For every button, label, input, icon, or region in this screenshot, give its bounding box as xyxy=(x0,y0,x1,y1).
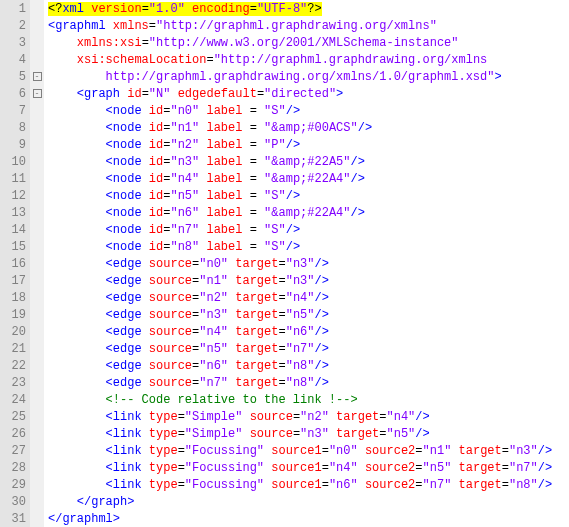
line-number: 8 xyxy=(2,120,26,137)
code-line[interactable]: <edge source="n1" target="n3"/> xyxy=(48,273,565,290)
fold-marker[interactable] xyxy=(30,323,44,340)
line-number: 12 xyxy=(2,188,26,205)
fold-gutter: - - xyxy=(30,0,44,527)
fold-marker[interactable] xyxy=(30,459,44,476)
fold-marker[interactable] xyxy=(30,493,44,510)
line-number: 31 xyxy=(2,511,26,527)
fold-marker[interactable] xyxy=(30,442,44,459)
code-line[interactable]: <graphml xmlns="http://graphml.graphdraw… xyxy=(48,18,565,35)
fold-marker[interactable] xyxy=(30,136,44,153)
code-line[interactable]: <node id="n1" label = "&amp;#00ACS"/> xyxy=(48,120,565,137)
code-line[interactable]: <edge source="n3" target="n5"/> xyxy=(48,307,565,324)
line-number: 29 xyxy=(2,477,26,494)
code-line[interactable]: <link type="Focussing" source1="n4" sour… xyxy=(48,460,565,477)
fold-marker[interactable] xyxy=(30,289,44,306)
code-line[interactable]: <node id="n8" label = "S"/> xyxy=(48,239,565,256)
fold-marker[interactable] xyxy=(30,0,44,17)
line-number: 27 xyxy=(2,443,26,460)
line-number: 30 xyxy=(2,494,26,511)
code-line[interactable]: <link type="Simple" source="n2" target="… xyxy=(48,409,565,426)
line-number: 28 xyxy=(2,460,26,477)
line-number: 19 xyxy=(2,307,26,324)
code-line[interactable]: xmlns:xsi="http://www.w3.org/2001/XMLSch… xyxy=(48,35,565,52)
fold-marker[interactable] xyxy=(30,153,44,170)
line-number: 20 xyxy=(2,324,26,341)
fold-marker[interactable] xyxy=(30,119,44,136)
code-line[interactable]: <link type="Focussing" source1="n6" sour… xyxy=(48,477,565,494)
fold-marker[interactable] xyxy=(30,51,44,68)
line-number: 17 xyxy=(2,273,26,290)
code-line[interactable]: <link type="Simple" source="n3" target="… xyxy=(48,426,565,443)
line-number: 15 xyxy=(2,239,26,256)
line-number: 4 xyxy=(2,52,26,69)
line-number: 16 xyxy=(2,256,26,273)
line-number: 11 xyxy=(2,171,26,188)
line-number: 6 xyxy=(2,86,26,103)
fold-marker[interactable] xyxy=(30,204,44,221)
code-line[interactable]: <edge source="n2" target="n4"/> xyxy=(48,290,565,307)
code-line[interactable]: <edge source="n7" target="n8"/> xyxy=(48,375,565,392)
line-number: 18 xyxy=(2,290,26,307)
line-number: 26 xyxy=(2,426,26,443)
line-number: 24 xyxy=(2,392,26,409)
code-line[interactable]: <graph id="N" edgedefault="directed"> xyxy=(48,86,565,103)
code-line[interactable]: <node id="n3" label = "&amp;#22A5"/> xyxy=(48,154,565,171)
fold-marker[interactable] xyxy=(30,187,44,204)
code-line[interactable]: <link type="Focussing" source1="n0" sour… xyxy=(48,443,565,460)
fold-marker[interactable] xyxy=(30,221,44,238)
line-number: 14 xyxy=(2,222,26,239)
fold-marker[interactable] xyxy=(30,34,44,51)
code-line[interactable]: <node id="n5" label = "S"/> xyxy=(48,188,565,205)
line-number: 9 xyxy=(2,137,26,154)
code-line[interactable]: <node id="n2" label = "P"/> xyxy=(48,137,565,154)
fold-marker[interactable] xyxy=(30,425,44,442)
line-number: 1 xyxy=(2,1,26,18)
code-line[interactable]: <edge source="n6" target="n8"/> xyxy=(48,358,565,375)
fold-marker[interactable] xyxy=(30,374,44,391)
code-line[interactable]: <edge source="n4" target="n6"/> xyxy=(48,324,565,341)
code-line[interactable]: <node id="n6" label = "&amp;#22A4"/> xyxy=(48,205,565,222)
fold-marker[interactable] xyxy=(30,306,44,323)
fold-marker[interactable] xyxy=(30,340,44,357)
fold-marker[interactable]: - xyxy=(30,85,44,102)
line-number: 25 xyxy=(2,409,26,426)
fold-marker[interactable] xyxy=(30,102,44,119)
code-line[interactable]: xsi:schemaLocation="http://graphml.graph… xyxy=(48,52,565,69)
line-number: 3 xyxy=(2,35,26,52)
line-number: 2 xyxy=(2,18,26,35)
minus-icon[interactable]: - xyxy=(33,72,42,81)
code-line[interactable]: <?xml version="1.0" encoding="UTF-8"?> xyxy=(48,1,565,18)
code-line[interactable]: <node id="n4" label = "&amp;#22A4"/> xyxy=(48,171,565,188)
fold-marker[interactable] xyxy=(30,408,44,425)
line-number: 10 xyxy=(2,154,26,171)
fold-marker[interactable] xyxy=(30,357,44,374)
fold-marker[interactable] xyxy=(30,510,44,527)
code-line[interactable]: http://graphml.graphdrawing.org/xmlns/1.… xyxy=(48,69,565,86)
code-line[interactable]: <edge source="n5" target="n7"/> xyxy=(48,341,565,358)
line-number: 5 xyxy=(2,69,26,86)
code-line[interactable]: <node id="n0" label = "S"/> xyxy=(48,103,565,120)
line-number: 22 xyxy=(2,358,26,375)
line-number: 21 xyxy=(2,341,26,358)
fold-marker[interactable]: - xyxy=(30,68,44,85)
fold-marker[interactable] xyxy=(30,272,44,289)
code-line[interactable]: <!-- Code relative to the link !--> xyxy=(48,392,565,409)
code-area[interactable]: <?xml version="1.0" encoding="UTF-8"?><g… xyxy=(44,0,569,527)
line-number: 7 xyxy=(2,103,26,120)
minus-icon[interactable]: - xyxy=(33,89,42,98)
fold-marker[interactable] xyxy=(30,170,44,187)
fold-marker[interactable] xyxy=(30,17,44,34)
code-line[interactable]: <node id="n7" label = "S"/> xyxy=(48,222,565,239)
line-number: 23 xyxy=(2,375,26,392)
line-number-gutter: 1 2 3 4 5 6 7 8 9 10 11 12 13 14 15 16 1… xyxy=(0,0,30,527)
fold-marker[interactable] xyxy=(30,255,44,272)
line-number: 13 xyxy=(2,205,26,222)
code-line[interactable]: </graph> xyxy=(48,494,565,511)
fold-marker[interactable] xyxy=(30,238,44,255)
code-line[interactable]: <edge source="n0" target="n3"/> xyxy=(48,256,565,273)
fold-marker[interactable] xyxy=(30,476,44,493)
code-line[interactable]: </graphml> xyxy=(48,511,565,527)
fold-marker[interactable] xyxy=(30,391,44,408)
